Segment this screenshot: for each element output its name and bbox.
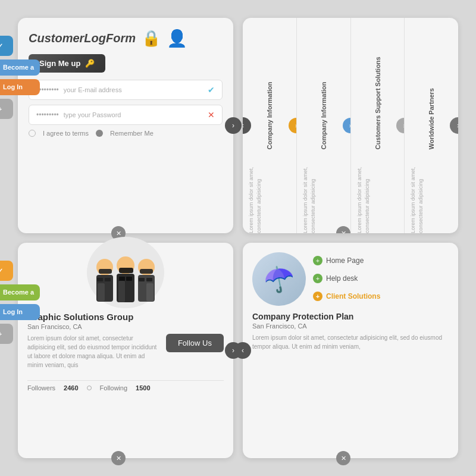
graphic-solutions-card: ✓ 🔒 Become a 👤 Log In + bbox=[18, 243, 233, 458]
email-check-icon: ✔ bbox=[208, 85, 215, 95]
followers-count: 2460 bbox=[64, 384, 78, 392]
remember-radio[interactable] bbox=[96, 130, 103, 137]
client-label: Client Solutions bbox=[326, 292, 380, 300]
accordion-item-2[interactable]: Company Information Lorem ipsum dolor si… bbox=[297, 18, 351, 233]
svg-rect-8 bbox=[118, 281, 125, 302]
card3-description: Lorem ipsum dolor sit amet, consectetur … bbox=[27, 334, 160, 369]
homepage-label: Home Page bbox=[326, 256, 364, 265]
card3-company-name: Graphic Solutions Group bbox=[27, 312, 224, 322]
card3-login-button[interactable]: 👤 Log In bbox=[0, 304, 40, 320]
acc-body-4: Lorem ipsum dolor sit amet, consectetur … bbox=[405, 158, 458, 233]
terms-label: I agree to terms bbox=[43, 130, 89, 137]
accordion-card: ‹ Company Information Lorem ipsum dolor … bbox=[243, 18, 458, 233]
acc-title-2: Company Information bbox=[320, 82, 327, 149]
lock-icon: 🔒 bbox=[142, 29, 161, 48]
password-field[interactable]: ••••••••• type your Password ✕ bbox=[29, 105, 223, 125]
title-row: CustomerLogForm 🔒 👤 bbox=[29, 29, 223, 48]
svg-rect-17 bbox=[140, 269, 153, 274]
sign-me-up-button[interactable]: Sign Me up 🔑 bbox=[29, 54, 105, 73]
acc-header-3: Customers Support Solutions bbox=[351, 18, 405, 158]
avatar-icon: 👤 bbox=[167, 29, 187, 48]
followers-label: Followers bbox=[27, 384, 55, 392]
follow-us-button[interactable]: Follow Us bbox=[166, 334, 224, 352]
svg-rect-2 bbox=[98, 283, 105, 301]
email-placeholder: your E-mail address bbox=[64, 86, 208, 93]
acc-body-3: Lorem ipsum dolor sit amet, consectetur … bbox=[351, 158, 405, 233]
card3-location: San Francisco, CA bbox=[27, 323, 224, 330]
umbrella-illustration: ☂️ bbox=[252, 252, 306, 306]
following-count: 1500 bbox=[136, 384, 150, 392]
following-label: Following bbox=[100, 384, 127, 392]
form-title: CustomerLogForm bbox=[29, 32, 136, 45]
protection-plan-card: ‹ ☂️ + Home Page + Help desk + Client So… bbox=[243, 243, 458, 458]
svg-rect-15 bbox=[139, 278, 145, 281]
card4-links: + Home Page + Help desk + Client Solutio… bbox=[313, 252, 449, 301]
client-plus-icon: + bbox=[313, 292, 322, 301]
password-placeholder: type your Password bbox=[64, 111, 208, 118]
email-field[interactable]: ••••••••• your E-mail address ✔ bbox=[29, 80, 223, 100]
side-buttons: ✓ 🔒 Become a 👤 Log In + bbox=[0, 36, 40, 119]
umbrella-icon: ☂️ bbox=[261, 262, 297, 296]
acc-title-3: Customers Support Solutions bbox=[374, 57, 381, 149]
helpdesk-link[interactable]: + Help desk bbox=[313, 274, 449, 283]
stats-separator bbox=[87, 386, 92, 390]
sign-btn-label: Sign Me up bbox=[39, 59, 80, 68]
card3-check-button[interactable]: ✓ bbox=[0, 261, 13, 281]
terms-radio[interactable] bbox=[29, 130, 36, 137]
plus-side-button[interactable]: + bbox=[0, 99, 13, 119]
card1-next-arrow[interactable]: › bbox=[225, 117, 242, 134]
card4-close-button[interactable]: ✕ bbox=[336, 451, 350, 465]
homepage-plus-icon: + bbox=[313, 256, 322, 265]
card3-close-button[interactable]: ✕ bbox=[111, 451, 126, 465]
homepage-link[interactable]: + Home Page bbox=[313, 256, 449, 265]
svg-rect-5 bbox=[99, 269, 112, 274]
card4-company-name: Company Protection Plan bbox=[252, 312, 449, 321]
svg-rect-10 bbox=[126, 277, 132, 281]
acc-title-4: Worldwide Partners bbox=[428, 88, 435, 149]
card4-prev-arrow[interactable]: ‹ bbox=[234, 342, 251, 359]
card3-stats-row: Followers 2460 Following 1500 bbox=[27, 380, 224, 392]
card4-location: San Francisco, CA bbox=[252, 322, 449, 330]
check-side-button[interactable]: ✓ bbox=[0, 36, 13, 56]
helpdesk-label: Help desk bbox=[326, 274, 358, 283]
password-clear-icon: ✕ bbox=[208, 110, 215, 120]
card4-description: Lorem ipsum dolor sit amet, consectetur … bbox=[252, 333, 449, 351]
login-side-button[interactable]: 👤 Log In bbox=[0, 79, 40, 95]
terms-row: I agree to terms Remember Me bbox=[29, 130, 223, 137]
acc-body-2: Lorem ipsum dolor sit amet, consectetur … bbox=[297, 158, 350, 233]
acc-body-1: Lorem ipsum dolor sit amet, consectetur … bbox=[243, 158, 296, 233]
client-solutions-link[interactable]: + Client Solutions bbox=[313, 292, 449, 301]
acc-header-2: Company Information bbox=[297, 18, 350, 158]
svg-rect-16 bbox=[146, 278, 152, 281]
agents-illustration bbox=[27, 252, 224, 306]
svg-rect-14 bbox=[146, 283, 154, 301]
svg-rect-11 bbox=[119, 268, 133, 273]
become-member-button[interactable]: 🔒 Become a bbox=[0, 60, 40, 76]
acc-header-4: Worldwide Partners bbox=[405, 18, 458, 158]
accordion-items: Company Information Lorem ipsum dolor si… bbox=[243, 18, 458, 233]
acc-header-1: Company Information bbox=[243, 18, 296, 158]
helpdesk-plus-icon: + bbox=[313, 274, 322, 283]
svg-rect-4 bbox=[105, 278, 111, 281]
svg-rect-3 bbox=[97, 278, 103, 281]
card3-plus-button[interactable]: + bbox=[0, 324, 13, 344]
key-icon: 🔑 bbox=[85, 59, 95, 68]
svg-rect-9 bbox=[119, 277, 125, 281]
acc-title-1: Company Information bbox=[266, 82, 273, 149]
card4-top-section: ☂️ + Home Page + Help desk + Client Solu… bbox=[252, 252, 449, 306]
customer-log-form-card: ✓ 🔒 Become a 👤 Log In + CustomerLogForm … bbox=[18, 18, 233, 233]
accordion-item-3[interactable]: Customers Support Solutions Lorem ipsum … bbox=[351, 18, 405, 233]
remember-label: Remember Me bbox=[110, 130, 154, 137]
